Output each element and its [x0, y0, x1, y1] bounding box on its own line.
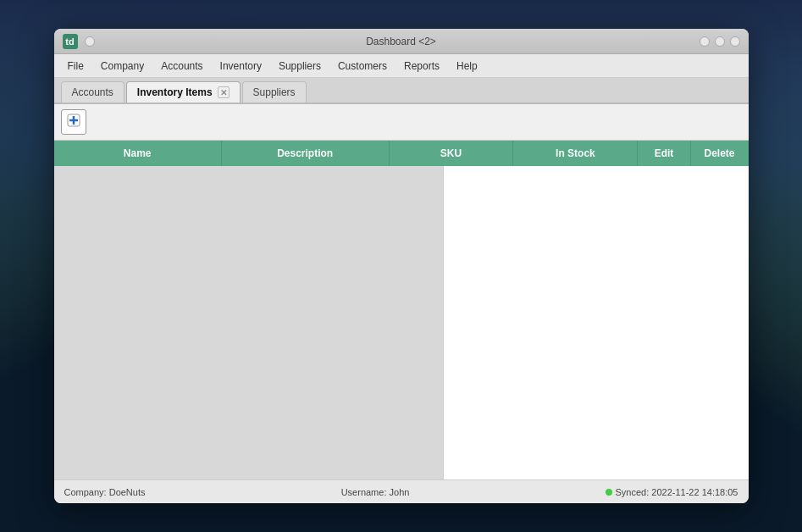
app-icon: td — [63, 34, 78, 49]
tab-close-icon[interactable]: ✕ — [218, 86, 230, 98]
company-label: Company: DoeNuts — [64, 487, 146, 497]
tab-accounts[interactable]: Accounts — [61, 81, 124, 103]
inventory-table: Name Description SKU In Stock Edit Delet… — [54, 141, 749, 166]
table-body-area — [54, 166, 749, 479]
window-button-left[interactable] — [85, 36, 95, 47]
col-header-sku: SKU — [389, 141, 513, 166]
add-icon — [66, 113, 81, 132]
menu-inventory[interactable]: Inventory — [213, 58, 268, 74]
close-button[interactable] — [700, 36, 710, 47]
tabs-bar: Accounts Inventory Items ✕ Suppliers — [54, 78, 749, 104]
add-item-button[interactable] — [61, 109, 86, 135]
maximize-button[interactable] — [730, 36, 740, 47]
table-right-pane — [444, 166, 749, 479]
window-title: Dashboard <2> — [366, 36, 436, 47]
table-header: Name Description SKU In Stock Edit Delet… — [54, 141, 749, 166]
table-left-pane — [54, 166, 444, 479]
menu-bar: File Company Accounts Inventory Supplier… — [54, 54, 749, 78]
username-label: Username: John — [341, 487, 410, 497]
title-bar: td Dashboard <2> — [54, 29, 749, 54]
menu-help[interactable]: Help — [450, 58, 484, 74]
menu-accounts[interactable]: Accounts — [154, 58, 209, 74]
menu-customers[interactable]: Customers — [331, 58, 394, 74]
menu-file[interactable]: File — [61, 58, 91, 74]
tab-suppliers[interactable]: Suppliers — [242, 81, 307, 103]
tab-inventory-items[interactable]: Inventory Items ✕ — [126, 81, 241, 103]
sync-status: Synced: 2022-11-22 14:18:05 — [606, 487, 738, 497]
col-header-edit: Edit — [638, 141, 690, 166]
content-area: Name Description SKU In Stock Edit Delet… — [54, 141, 749, 479]
col-header-name: Name — [54, 141, 222, 166]
col-header-in-stock: In Stock — [513, 141, 638, 166]
menu-suppliers[interactable]: Suppliers — [272, 58, 328, 74]
status-bar: Company: DoeNuts Username: John Synced: … — [54, 479, 749, 503]
minimize-button[interactable] — [715, 36, 725, 47]
menu-reports[interactable]: Reports — [397, 58, 446, 74]
main-window: td Dashboard <2> File Company Accounts I… — [54, 29, 749, 503]
col-header-description: Description — [221, 141, 389, 166]
traffic-lights — [700, 36, 740, 47]
sync-label: Synced: 2022-11-22 14:18:05 — [616, 487, 738, 497]
menu-company[interactable]: Company — [94, 58, 151, 74]
sync-dot-icon — [606, 489, 612, 496]
col-header-delete: Delete — [690, 141, 748, 166]
toolbar — [54, 104, 749, 141]
